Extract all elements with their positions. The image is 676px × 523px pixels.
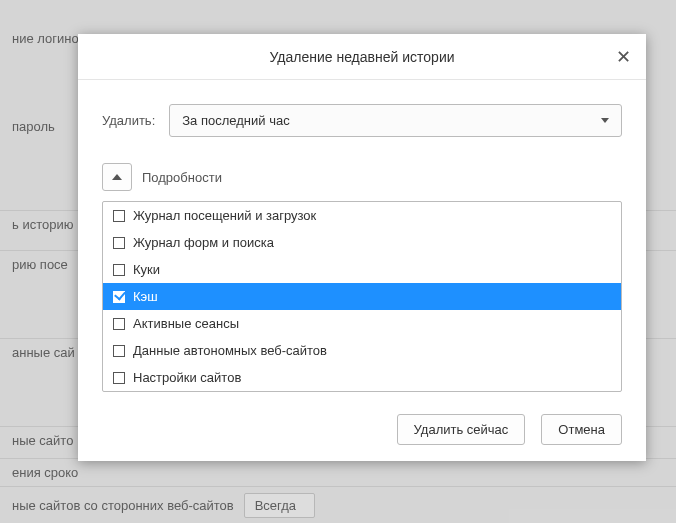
checkbox-icon[interactable] — [113, 264, 125, 276]
details-list: Журнал посещений и загрузокЖурнал форм и… — [102, 201, 622, 392]
list-item[interactable]: Журнал посещений и загрузок — [103, 202, 621, 229]
dialog-title: Удаление недавней истории — [269, 49, 454, 65]
list-item[interactable]: Кэш — [103, 283, 621, 310]
close-icon: ✕ — [616, 46, 631, 68]
list-item-label: Журнал форм и поиска — [133, 235, 274, 250]
details-toggle[interactable] — [102, 163, 132, 191]
list-item[interactable]: Данные автономных веб-сайтов — [103, 337, 621, 364]
clear-now-button[interactable]: Удалить сейчас — [397, 414, 526, 445]
dialog-titlebar: Удаление недавней истории ✕ — [78, 34, 646, 80]
time-range-select[interactable]: За последний час — [169, 104, 622, 137]
list-item-label: Настройки сайтов — [133, 370, 241, 385]
list-item-label: Куки — [133, 262, 160, 277]
caret-down-icon — [601, 118, 609, 123]
list-item-label: Журнал посещений и загрузок — [133, 208, 316, 223]
list-item[interactable]: Куки — [103, 256, 621, 283]
delete-label: Удалить: — [102, 113, 155, 128]
list-item[interactable]: Активные сеансы — [103, 310, 621, 337]
close-button[interactable]: ✕ — [608, 42, 638, 72]
list-item-label: Кэш — [133, 289, 158, 304]
checkbox-icon[interactable] — [113, 210, 125, 222]
checkbox-icon[interactable] — [113, 372, 125, 384]
list-item[interactable]: Журнал форм и поиска — [103, 229, 621, 256]
checkbox-icon[interactable] — [113, 318, 125, 330]
clear-history-dialog: Удаление недавней истории ✕ Удалить: За … — [78, 34, 646, 461]
list-item-label: Данные автономных веб-сайтов — [133, 343, 327, 358]
checkbox-icon[interactable] — [113, 291, 125, 303]
chevron-up-icon — [112, 174, 122, 180]
list-item-label: Активные сеансы — [133, 316, 239, 331]
checkbox-icon[interactable] — [113, 237, 125, 249]
checkbox-icon[interactable] — [113, 345, 125, 357]
list-item[interactable]: Настройки сайтов — [103, 364, 621, 391]
time-range-value: За последний час — [182, 113, 289, 128]
cancel-button[interactable]: Отмена — [541, 414, 622, 445]
details-label: Подробности — [142, 170, 222, 185]
